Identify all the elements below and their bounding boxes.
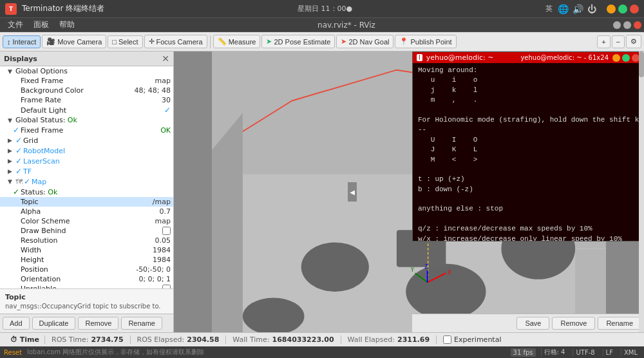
tree-item-map-status[interactable]: ✓ Status: Ok — [0, 187, 173, 197]
expand-arrow-tf[interactable]: ▶ — [8, 168, 15, 174]
measure-button[interactable]: 📏 Measure — [213, 35, 261, 48]
laser-label: LaserScan — [22, 157, 171, 165]
move-camera-button[interactable]: 🎥 Move Camera — [42, 35, 106, 48]
bg-color-value: 48; 48; 48 — [132, 86, 171, 95]
tree-item-map-color-scheme[interactable]: Color Scheme map — [0, 216, 173, 226]
format-status: XML — [621, 349, 640, 356]
terminal-action-bar: Save Remove Rename — [412, 314, 644, 332]
terminal-min-btn[interactable] — [612, 54, 620, 62]
toolbar-extra-2[interactable]: − — [612, 35, 625, 48]
nav-goal-button[interactable]: ➤ 2D Nav Goal — [336, 35, 393, 48]
interact-button[interactable]: ↕ Interact — [3, 35, 41, 48]
expand-arrow-global-options[interactable]: ▼ — [8, 68, 15, 75]
reset-button[interactable]: Reset — [4, 349, 22, 356]
tree-item-map-unreliable[interactable]: Unreliable — [0, 284, 173, 288]
tree-item-bg-color[interactable]: Background Color 48; 48; 48 — [0, 86, 173, 95]
tree-item-map-resolution[interactable]: Resolution 0.05 — [0, 236, 173, 245]
watermark-text: loban.com 网络图片仅供展示，非存储，如有侵权请联系删除 — [27, 348, 204, 357]
terminal-max-btn[interactable] — [622, 54, 630, 62]
app-title: Terminator 终端终结者 — [22, 3, 104, 14]
terminal-content: Moving around: u i o j k l m , . For Hol… — [413, 63, 643, 241]
add-display-button[interactable]: Add — [3, 317, 30, 330]
viewport-scrollbar[interactable] — [639, 52, 644, 332]
tree-item-global-options[interactable]: ▼ Global Options — [0, 66, 173, 76]
term-line-3: m , . — [418, 95, 638, 105]
experimental-check[interactable] — [443, 335, 451, 344]
publish-point-button[interactable]: 📍 Publish Point — [395, 35, 456, 48]
tree-item-fixed-frame-ok[interactable]: ✓ Fixed Frame OK — [0, 125, 173, 135]
toolbar: ↕ Interact 🎥 Move Camera □ Select ✛ Focu… — [0, 32, 644, 52]
rviz-close-btn[interactable] — [634, 21, 641, 29]
term-line-4 — [418, 106, 638, 115]
tree-item-grid[interactable]: ▶ ✓ Grid — [0, 135, 173, 146]
menu-panels[interactable]: 面板 — [28, 18, 54, 32]
pose-estimate-button[interactable]: ➤ 2D Pose Estimate — [261, 35, 335, 48]
focus-camera-button[interactable]: ✛ Focus Camera — [144, 35, 207, 48]
terminal-rename-btn[interactable]: Rename — [598, 317, 641, 330]
close-button[interactable] — [630, 5, 639, 14]
tree-item-laser-scan[interactable]: ▶ ✓ LaserScan — [0, 156, 173, 166]
maximize-button[interactable] — [618, 5, 627, 14]
power-icon[interactable]: ⏻ — [587, 4, 596, 14]
expand-arrow-map[interactable]: ▼ — [8, 178, 15, 185]
tree-item-tf[interactable]: ▶ ✓ TF — [0, 166, 173, 176]
ros-elapsed-label: ROS Elapsed: — [137, 335, 185, 344]
rviz-min-btn[interactable] — [613, 21, 621, 29]
menu-file[interactable]: 文件 — [3, 18, 28, 32]
expand-arrow-grid[interactable]: ▶ — [8, 137, 15, 144]
map-status-check: ✓ — [13, 187, 19, 196]
network-icon[interactable]: 🌐 — [558, 4, 569, 14]
map-resolution-value: 0.05 — [153, 236, 171, 245]
scroll-left-arrow[interactable]: ◀ — [348, 182, 357, 202]
tree-item-map-height[interactable]: Height 1984 — [0, 255, 173, 265]
duplicate-display-button[interactable]: Duplicate — [32, 317, 76, 330]
svg-point-7 — [301, 242, 369, 291]
lang-indicator: 英 — [545, 4, 553, 14]
svg-point-10 — [243, 297, 305, 332]
term-line-2: j k l — [418, 86, 638, 95]
rename-display-button[interactable]: Rename — [121, 317, 162, 330]
toolbar-extra-3[interactable]: ⚙ — [626, 35, 641, 48]
expand-arrow-laser[interactable]: ▶ — [8, 158, 15, 164]
toolbar-extra-1[interactable]: + — [597, 35, 610, 48]
tree-item-map-draw-behind[interactable]: Draw Behind — [0, 226, 173, 236]
viewport[interactable]: ◀ — [174, 52, 644, 332]
tree-item-frame-rate[interactable]: Frame Rate 30 — [0, 95, 173, 105]
displays-close-btn[interactable]: ✕ — [162, 53, 169, 64]
term-line-16: q/z : increase/decrease max speeds by 10… — [418, 224, 638, 234]
topic-tooltip: Topic nav_msgs::OccupancyGrid topic to s… — [0, 288, 173, 314]
map-position-label: Position — [21, 265, 133, 274]
rviz-max-btn[interactable] — [623, 21, 631, 29]
term-line-6: -- — [418, 125, 638, 135]
tree-item-map-position[interactable]: Position -50;-50; 0 — [0, 265, 173, 274]
select-button[interactable]: □ Select — [108, 35, 142, 48]
sound-icon[interactable]: 🔊 — [573, 4, 583, 14]
map-draw-behind-check[interactable] — [162, 227, 171, 235]
tree-item-fixed-frame[interactable]: Fixed Frame map — [0, 76, 173, 86]
tree-item-map-width[interactable]: Width 1984 — [0, 245, 173, 255]
map-draw-behind-label: Draw Behind — [21, 227, 160, 235]
minimize-button[interactable] — [607, 5, 616, 14]
tree-item-robot-model[interactable]: ▶ ✓ RobotModel — [0, 146, 173, 156]
default-light-label: Default Light — [21, 106, 162, 115]
fps-counter: 31 fps — [511, 348, 536, 357]
tree-item-default-light[interactable]: Default Light ✓ — [0, 105, 173, 115]
fixed-frame-value: map — [153, 77, 171, 85]
tree-item-global-status[interactable]: ▼ Global Status: Ok — [0, 115, 173, 125]
remove-display-button[interactable]: Remove — [78, 317, 118, 330]
menu-help[interactable]: 帮助 — [54, 18, 80, 32]
ros-time-value: 2734.75 — [91, 335, 123, 344]
expand-arrow-global-status[interactable]: ▼ — [8, 117, 15, 124]
terminal-remove-btn[interactable]: Remove — [552, 317, 595, 330]
tree-item-map-topic[interactable]: Topic /map — [0, 197, 173, 207]
scrollbar-thumb[interactable] — [639, 52, 644, 77]
tree-item-map[interactable]: ▼ 🗺 ✓ Map — [0, 176, 173, 187]
tree-item-map-orientation[interactable]: Orientation 0; 0; 0; 1 — [0, 274, 173, 284]
rviz-window-title: nav.rviz* - RViz — [80, 21, 613, 30]
tree-item-map-alpha[interactable]: Alpha 0.7 — [0, 207, 173, 216]
expand-arrow-robot[interactable]: ▶ — [8, 147, 15, 154]
map-position-value: -50;-50; 0 — [133, 265, 171, 274]
focus-camera-label: Focus Camera — [156, 38, 203, 46]
term-line-15 — [418, 214, 638, 224]
terminal-save-btn[interactable]: Save — [516, 317, 549, 330]
